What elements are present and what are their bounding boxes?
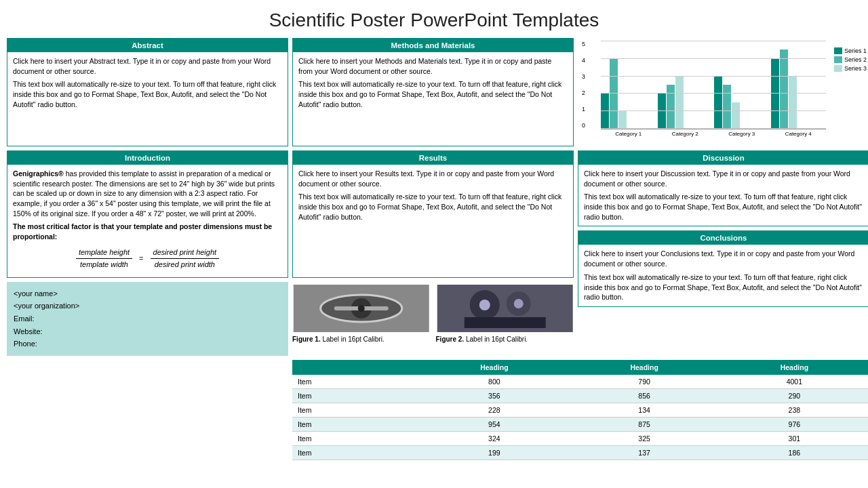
chart-group-cat2: [658, 76, 713, 129]
fraction-right: desired print height desired print width: [151, 247, 220, 270]
table-cell-r0-c1: 800: [419, 375, 569, 389]
chart-group-cat3: [714, 76, 770, 129]
table-cell-r0-c2: 790: [569, 375, 719, 389]
chart-container: 543210: [580, 38, 867, 146]
formula: template height template width = desired…: [13, 247, 282, 270]
table-cell-r3-c1: 954: [419, 418, 569, 432]
chart-x-labels: Category 1 Category 2 Category 3 Categor…: [580, 131, 867, 137]
introduction-body: Genigraphics® has provided this template…: [7, 165, 288, 277]
contact-phone: Phone:: [14, 338, 281, 350]
formula-equals: =: [139, 253, 143, 264]
table-row: Item324325301: [292, 432, 868, 446]
introduction-header: Introduction: [7, 151, 288, 165]
svg-rect-8: [464, 317, 545, 328]
introduction-p1: Genigraphics® has provided this template…: [13, 169, 282, 218]
bar-cat4-s2: [780, 49, 788, 129]
chart-legend: Series 1 Series 2 Series 3: [834, 47, 867, 72]
figure2-caption-bold: Figure 2.: [436, 336, 465, 343]
results-p2: This text box will automatically re-size…: [298, 192, 568, 222]
contact-website: Website:: [14, 325, 281, 338]
figure1-caption: Figure 1. Label in 16pt Calibri.: [292, 336, 431, 343]
discussion-p2: This text box will automatically re-size…: [584, 192, 863, 222]
table-cell-r5-c1: 199: [419, 446, 569, 460]
figure1-caption-text: Label in 16pt Calibri.: [321, 336, 384, 343]
table-cell-r3-c3: 976: [719, 418, 868, 432]
legend-item-s3: Series 3: [834, 65, 867, 72]
table-cell-r3-c2: 875: [569, 418, 719, 432]
chart-group-cat1: [601, 58, 656, 129]
methods-panel: Methods and Materials Click here to inse…: [292, 38, 574, 146]
table-col1-header: Heading: [419, 360, 569, 375]
table-cell-r5-c2: 137: [569, 446, 719, 460]
results-panel: Results Click here to insert your Result…: [292, 150, 574, 278]
figure2-caption: Figure 2. Label in 16pt Calibri.: [436, 336, 574, 343]
chart-group-cat4: [771, 49, 827, 129]
table-cell-r4-c1: 324: [419, 432, 569, 446]
formula-num2: desired print height: [151, 247, 220, 259]
table-cell-r0-c3: 4001: [719, 375, 868, 389]
table-col2-header: Heading: [569, 360, 719, 375]
legend-color-s3: [834, 65, 842, 72]
table-cell-r2-c2: 134: [569, 403, 719, 418]
legend-item-s2: Series 2: [834, 56, 867, 63]
figures-panel: Figure 1. Label in 16pt Calibri. Figure …: [292, 282, 574, 356]
table-cell-r2-c3: 238: [719, 403, 868, 418]
bar-cat3-s3: [732, 102, 740, 129]
table-cell-r1-c0: Item: [292, 389, 419, 403]
bar-cat3-s2: [723, 85, 731, 129]
table-cell-r5-c0: Item: [292, 446, 419, 460]
figure1-image: [292, 285, 431, 332]
conclusions-p2: This text box will automatically re-size…: [584, 272, 863, 302]
table-row: Item8007904001: [292, 375, 868, 389]
table-col0-header: [292, 360, 419, 375]
table-row: Item356856290: [292, 389, 868, 403]
discussion-panel: Discussion Click here to insert your Dis…: [578, 150, 868, 226]
chart-xlabel-cat2: Category 2: [658, 131, 713, 137]
introduction-p2-text: The most critical factor is that your te…: [13, 222, 272, 241]
fraction-left: template height template width: [76, 247, 132, 270]
table-header-row: Heading Heading Heading: [292, 360, 868, 375]
abstract-p2: This text box will automatically re-size…: [13, 79, 282, 109]
table-cell-r1-c1: 356: [419, 389, 569, 403]
conclusions-panel: Conclusions Click here to insert your Co…: [578, 230, 868, 306]
bar-cat2-s2: [667, 85, 675, 129]
contact-panel: <your name> <your organization> Email: W…: [7, 282, 288, 356]
data-table: Heading Heading Heading Item8007904001It…: [292, 360, 868, 460]
abstract-header: Abstract: [7, 39, 288, 52]
figure2-caption-text: Label in 16pt Calibri.: [464, 336, 528, 343]
table-row: Item199137186: [292, 446, 868, 460]
introduction-bold: Genigraphics®: [13, 169, 64, 178]
table-cell-r4-c3: 301: [719, 432, 868, 446]
figure2-image: [436, 285, 574, 332]
table-cell-r2-c0: Item: [292, 403, 419, 418]
introduction-panel: Introduction Genigraphics® has provided …: [7, 150, 288, 278]
formula-den1: template width: [77, 259, 131, 270]
methods-header: Methods and Materials: [293, 39, 573, 52]
methods-body: Click here to insert your Methods and Ma…: [293, 52, 573, 113]
methods-p2: This text box will automatically re-size…: [298, 79, 568, 109]
contact-org: <your organization>: [14, 300, 281, 312]
abstract-p1: Click here to insert your Abstract text.…: [13, 56, 282, 76]
svg-point-9: [479, 300, 490, 310]
discussion-p1: Click here to insert your Discussion tex…: [584, 169, 863, 188]
table-cell-r4-c0: Item: [292, 432, 419, 446]
introduction-p2: The most critical factor is that your te…: [13, 222, 282, 241]
bar-cat1-s3: [618, 111, 627, 129]
table-row: Item954875976: [292, 418, 868, 432]
bar-cat2-s1: [658, 94, 666, 129]
table-col3-header: Heading: [719, 360, 868, 375]
figure1-item: Figure 1. Label in 16pt Calibri.: [292, 285, 431, 343]
bar-cat1-s2: [610, 58, 618, 129]
bar-cat4-s1: [771, 58, 779, 129]
discussion-header: Discussion: [578, 151, 868, 165]
conclusions-body: Click here to insert your Conclusions te…: [578, 245, 868, 306]
conclusions-p1: Click here to insert your Conclusions te…: [584, 249, 863, 268]
bar-cat4-s3: [789, 76, 797, 129]
results-body: Click here to insert your Results text. …: [293, 165, 573, 226]
abstract-panel: Abstract Click here to insert your Abstr…: [7, 38, 288, 146]
table-row: Item228134238: [292, 403, 868, 418]
legend-label-s2: Series 2: [844, 56, 867, 63]
formula-num1: template height: [76, 247, 132, 259]
discussion-body: Click here to insert your Discussion tex…: [578, 165, 868, 226]
table-body: Item8007904001Item356856290Item228134238…: [292, 375, 868, 460]
